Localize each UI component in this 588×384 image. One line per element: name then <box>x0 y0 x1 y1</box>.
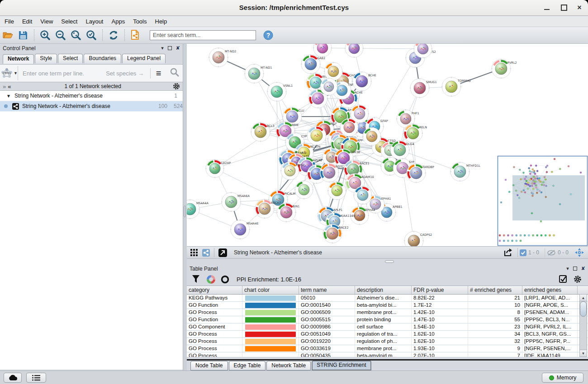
network-node-CD2AP[interactable]: CD2AP <box>205 159 231 178</box>
menu-item-select[interactable]: Select <box>61 18 77 25</box>
memory-button[interactable]: Memory <box>542 373 583 383</box>
network-node-MS4A4A[interactable]: MS4A4A <box>187 199 209 219</box>
panel-close-icon[interactable]: ✘ <box>176 46 180 51</box>
table-row[interactable]: GO ProcessGO:0006509membrane prot...1.42… <box>187 309 588 316</box>
menu-item-layout[interactable]: Layout <box>85 18 103 25</box>
network-node-TARDBP[interactable]: TARDBP <box>406 163 434 183</box>
network-node[interactable] <box>313 44 332 57</box>
tab-style[interactable]: Style <box>35 54 57 63</box>
tab-legend-panel[interactable]: Legend Panel <box>122 54 166 63</box>
network-node-MS4A4E[interactable]: MS4A4E <box>230 220 259 239</box>
network-node-BCHE[interactable]: BCHE <box>352 71 376 91</box>
column-header-1[interactable]: chart color <box>242 286 299 294</box>
select-all-checkbox-icon[interactable] <box>559 275 567 283</box>
maximize-button[interactable] <box>561 5 567 11</box>
network-node-MT-ND1[interactable]: MT-ND1 <box>244 64 272 84</box>
scroll-up-icon[interactable]: ▲ <box>580 295 587 301</box>
table-row[interactable]: GO ProcessGO:0033619membrane prot...1.93… <box>187 345 588 352</box>
menu-item-apps[interactable]: Apps <box>112 18 125 25</box>
save-session-button[interactable] <box>16 28 30 42</box>
open-session-button[interactable] <box>1 28 14 42</box>
zoom-out-icon[interactable] <box>54 28 67 42</box>
panel-float-icon[interactable] <box>168 46 172 50</box>
table-vertical-scrollbar[interactable]: ▲ ▼ <box>579 294 587 357</box>
network-node-BIN1[interactable]: BIN1 <box>276 202 299 222</box>
task-history-button[interactable] <box>26 373 46 383</box>
table-row[interactable]: GO FunctionGO:0005515protein binding1.47… <box>187 316 588 323</box>
network-node-MS4A6A[interactable]: MS4A6A <box>221 192 250 212</box>
network-node-VSNL1[interactable]: VSNL1 <box>267 82 293 102</box>
column-header-4[interactable]: FDR p-value <box>412 286 468 294</box>
menu-item-help[interactable]: Help <box>155 18 167 25</box>
tab-boundaries[interactable]: Boundaries <box>84 54 121 63</box>
search-input[interactable] <box>150 30 256 40</box>
network-row[interactable]: String Network - Alzheimer's disease 100… <box>0 101 183 112</box>
network-node-BACE2[interactable]: BACE2 <box>322 224 349 244</box>
enrichment-chart-icon[interactable] <box>207 275 215 284</box>
tab-node-table[interactable]: Node Table <box>190 361 228 370</box>
birds-eye-view[interactable] <box>498 156 588 246</box>
enrichment-table[interactable]: categorychart colorterm namedescriptionF… <box>187 286 588 357</box>
table-row[interactable]: GO FunctionGO:0001540beta-amyloid bi...1… <box>187 302 588 309</box>
table-row[interactable]: KEGG Pathways05010Alzheimer's dise...8.8… <box>187 295 588 302</box>
table-panel-float-icon[interactable] <box>573 267 577 271</box>
network-node-TOMM40[interactable]: TOMM40 <box>441 77 471 97</box>
panel-menu-icon[interactable]: ▾ <box>161 46 164 51</box>
network-node-BCL3[interactable]: BCL3 <box>251 122 275 142</box>
string-term-input[interactable]: Enter one term per line. <box>18 70 106 77</box>
column-header-0[interactable]: category <box>187 286 242 294</box>
menu-item-view[interactable]: View <box>40 18 53 25</box>
network-node-CADPS2[interactable]: CADPS2 <box>404 231 432 246</box>
export-network-icon[interactable] <box>503 248 513 257</box>
settings-gear-icon[interactable] <box>574 275 582 283</box>
tab-select[interactable]: Select <box>58 54 83 63</box>
zoom-fit-icon[interactable] <box>69 28 83 42</box>
column-header-3[interactable]: description <box>355 286 412 294</box>
annotation-mode-icon[interactable] <box>218 248 227 257</box>
expand-all-icon[interactable]: » <box>3 83 6 90</box>
string-search-icon[interactable] <box>166 68 183 79</box>
string-logo-icon[interactable]: STRING ▼ <box>0 66 18 80</box>
network-view[interactable]: MT-ND2MT-ND1VSNL1GAB2IRS1CHATBCHEACHETNF… <box>187 44 588 246</box>
pan-compass-icon[interactable] <box>574 248 584 258</box>
cloud-services-button[interactable] <box>4 373 22 383</box>
collapse-all-icon[interactable]: « <box>8 83 11 90</box>
network-node[interactable] <box>294 180 313 199</box>
close-button[interactable]: × <box>576 5 583 11</box>
column-header-2[interactable]: term name <box>299 286 355 294</box>
network-collection-row[interactable]: ▼ String Network - Alzheimer's disease 1 <box>0 91 183 101</box>
network-node-SMUG1[interactable]: SMUG1 <box>410 78 437 98</box>
menu-item-file[interactable]: File <box>5 18 14 25</box>
table-row[interactable]: GO ProcessGO:0019220regulation of ph...1… <box>187 338 588 345</box>
filter-icon[interactable] <box>192 275 199 283</box>
network-options-gear-icon[interactable] <box>173 83 180 90</box>
menu-item-tools[interactable]: Tools <box>133 18 147 25</box>
selected-checkbox-icon[interactable] <box>520 249 526 256</box>
column-header-6[interactable]: enriched genes <box>522 286 578 294</box>
scrollbar-thumb[interactable] <box>580 301 587 317</box>
network-node-RELN[interactable]: RELN <box>403 123 427 143</box>
tab-edge-table[interactable]: Edge Table <box>229 361 266 370</box>
table-panel-menu-icon[interactable]: ▾ <box>566 266 569 271</box>
vertical-splitter[interactable] <box>183 44 187 370</box>
network-from-file-icon[interactable] <box>129 28 142 42</box>
birds-eye-toggle-icon[interactable] <box>202 249 210 257</box>
minimize-button[interactable] <box>544 5 550 11</box>
network-node[interactable] <box>345 44 364 58</box>
table-row[interactable]: GO ComponentGO:0009986cell surface1.54E-… <box>187 323 588 331</box>
network-node-MT-ND2[interactable]: MT-ND2 <box>209 47 236 67</box>
help-icon[interactable]: ? <box>261 28 275 42</box>
horizontal-splitter[interactable] <box>187 259 588 264</box>
zoom-selected-icon[interactable] <box>85 28 98 42</box>
table-row[interactable]: GO ProcessGO:0051049regulation of tra...… <box>187 331 588 338</box>
refresh-icon[interactable] <box>107 28 120 42</box>
network-node-MTHFD1L[interactable]: MTHFD1L <box>450 162 480 182</box>
tab-network-table[interactable]: Network Table <box>266 361 311 370</box>
network-node-DLG4[interactable]: DLG4 <box>390 140 414 160</box>
hidden-eye-icon[interactable] <box>547 249 556 256</box>
collapse-caret-icon[interactable]: ▼ <box>6 94 11 98</box>
grid-view-icon[interactable] <box>190 249 198 256</box>
column-header-5[interactable]: # enriched genes <box>468 286 522 294</box>
table-panel-close-icon[interactable]: ✘ <box>581 266 585 271</box>
network-node-PVRL2[interactable]: PVRL2 <box>491 59 517 79</box>
